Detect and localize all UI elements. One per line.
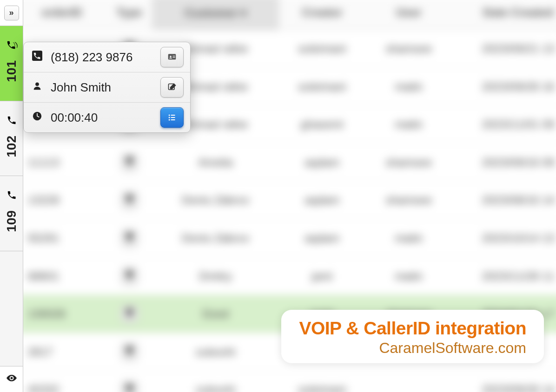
svg-rect-1 bbox=[168, 54, 176, 59]
caller-name: John Smith bbox=[51, 80, 154, 95]
contact-card-button[interactable] bbox=[160, 47, 184, 67]
phone-icon bbox=[4, 40, 18, 53]
phone-icon bbox=[7, 115, 17, 128]
phone-square-icon bbox=[30, 50, 44, 64]
svg-point-2 bbox=[170, 56, 172, 58]
extension-number: 109 bbox=[4, 210, 19, 232]
eye-icon bbox=[6, 372, 17, 386]
svg-rect-13 bbox=[171, 119, 175, 120]
person-icon bbox=[30, 81, 44, 94]
extension-sidebar: » 101102109 bbox=[0, 0, 23, 392]
svg-rect-4 bbox=[173, 57, 175, 58]
chevron-right-icon: » bbox=[4, 6, 19, 20]
caller-phone-number: (818) 223 9876 bbox=[51, 50, 154, 65]
extension-101[interactable]: 101 bbox=[0, 26, 23, 101]
svg-rect-0 bbox=[32, 51, 42, 61]
extension-number: 102 bbox=[4, 136, 19, 157]
active-call-popup: (818) 223 9876 John Smith 00:00:40 bbox=[23, 42, 191, 133]
banner-title: VOIP & CallerID integration bbox=[299, 318, 526, 339]
svg-point-5 bbox=[35, 82, 39, 86]
svg-point-12 bbox=[169, 119, 170, 121]
sidebar-expand[interactable]: » bbox=[0, 0, 23, 26]
svg-rect-9 bbox=[171, 115, 175, 116]
svg-point-8 bbox=[169, 115, 170, 116]
extension-109[interactable]: 109 bbox=[0, 176, 23, 251]
extension-102[interactable]: 102 bbox=[0, 101, 23, 176]
clock-icon bbox=[30, 111, 44, 124]
banner-site: CaramelSoftware.com bbox=[299, 340, 526, 357]
svg-point-10 bbox=[169, 117, 170, 118]
svg-rect-3 bbox=[173, 56, 175, 56]
promo-banner: VOIP & CallerID integration CaramelSoftw… bbox=[281, 310, 544, 363]
extension-number: 101 bbox=[4, 60, 19, 82]
svg-rect-11 bbox=[171, 117, 175, 118]
call-history-button[interactable] bbox=[160, 107, 184, 128]
phone-icon bbox=[7, 190, 17, 203]
sidebar-visibility-toggle[interactable] bbox=[0, 366, 23, 392]
edit-contact-button[interactable] bbox=[160, 77, 184, 98]
call-duration: 00:00:40 bbox=[51, 111, 154, 125]
